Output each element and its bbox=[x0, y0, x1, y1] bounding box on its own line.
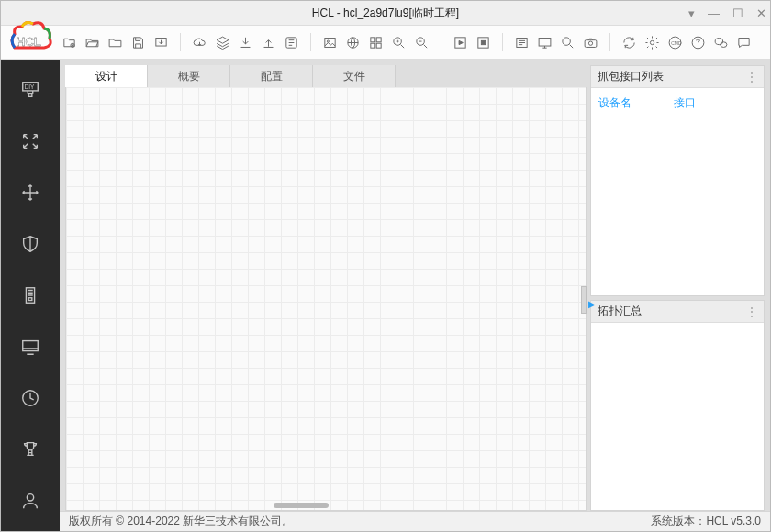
open-button[interactable] bbox=[83, 33, 102, 52]
list-button[interactable] bbox=[512, 33, 531, 52]
splitter-arrow-icon[interactable]: ▶ bbox=[588, 299, 596, 309]
svg-rect-29 bbox=[28, 94, 32, 97]
feedback-button[interactable] bbox=[734, 33, 754, 52]
minimize-button[interactable]: — bbox=[708, 6, 720, 20]
svg-rect-32 bbox=[23, 341, 39, 351]
expand-tool[interactable] bbox=[18, 129, 42, 153]
main-toolbar: CMD bbox=[1, 25, 770, 60]
maximize-button[interactable]: ☐ bbox=[732, 6, 743, 20]
status-bar: 版权所有 © 2014-2022 新华三技术有限公司。 系统版本：HCL v5.… bbox=[60, 511, 770, 531]
layers-button[interactable] bbox=[213, 33, 232, 52]
svg-point-20 bbox=[588, 41, 592, 45]
app-logo: HCL bbox=[6, 20, 53, 60]
svg-rect-7 bbox=[371, 37, 375, 41]
image-button[interactable] bbox=[320, 33, 340, 52]
dropdown-icon[interactable]: ▾ bbox=[688, 6, 695, 20]
workspace: 设计 概要 配置 文件 ▶ bbox=[65, 65, 587, 511]
tab-overview[interactable]: 概要 bbox=[148, 65, 230, 87]
copyright-text: 版权所有 © 2014-2022 新华三技术有限公司。 bbox=[69, 514, 293, 529]
col-device[interactable]: 设备名 bbox=[598, 95, 631, 111]
svg-rect-4 bbox=[325, 38, 335, 47]
globe-button[interactable] bbox=[343, 33, 363, 52]
design-canvas[interactable]: ▶ bbox=[65, 87, 587, 511]
topology-panel-title: 拓扑汇总 bbox=[598, 304, 642, 319]
move-tool[interactable] bbox=[18, 181, 42, 205]
template-button[interactable] bbox=[282, 33, 301, 52]
capture-panel: 抓包接口列表 ⋮ 设备名 接口 bbox=[590, 65, 765, 296]
svg-rect-31 bbox=[28, 298, 32, 301]
svg-rect-15 bbox=[481, 40, 485, 44]
monitor-button[interactable] bbox=[535, 33, 554, 52]
folder-button[interactable] bbox=[106, 33, 125, 52]
monitor-tool[interactable] bbox=[18, 335, 42, 359]
cloud-download-button[interactable] bbox=[190, 33, 209, 52]
close-button[interactable]: ✕ bbox=[756, 6, 766, 20]
hub-tool[interactable] bbox=[18, 386, 42, 410]
wechat-button[interactable] bbox=[711, 33, 731, 52]
settings-button[interactable] bbox=[642, 33, 662, 52]
svg-point-34 bbox=[27, 494, 33, 501]
user-tool[interactable] bbox=[18, 489, 42, 513]
workspace-tabs: 设计 概要 配置 文件 bbox=[65, 65, 587, 87]
svg-rect-10 bbox=[376, 43, 381, 48]
svg-point-21 bbox=[650, 40, 654, 44]
version-text: 系统版本：HCL v5.3.0 bbox=[651, 514, 761, 529]
search-button[interactable] bbox=[558, 33, 577, 52]
svg-text:CMD: CMD bbox=[671, 40, 682, 45]
col-interface[interactable]: 接口 bbox=[674, 95, 696, 111]
help-button[interactable] bbox=[688, 33, 708, 52]
title-bar: HCL - hcl_2a9d7lu9[临时工程] ▾ — ☐ ✕ bbox=[1, 1, 770, 25]
tab-file[interactable]: 文件 bbox=[313, 65, 396, 87]
left-sidebar: DIY bbox=[1, 60, 60, 531]
upload-button[interactable] bbox=[259, 33, 278, 52]
new-project-button[interactable] bbox=[60, 33, 79, 52]
trophy-tool[interactable] bbox=[18, 438, 42, 461]
svg-point-18 bbox=[563, 37, 571, 45]
camera-button[interactable] bbox=[581, 33, 600, 52]
svg-rect-9 bbox=[371, 43, 375, 48]
svg-text:HCL: HCL bbox=[17, 35, 41, 49]
splitter-handle[interactable] bbox=[581, 286, 587, 314]
svg-point-25 bbox=[715, 38, 723, 44]
horizontal-scrollbar[interactable] bbox=[274, 503, 329, 508]
tab-config[interactable]: 配置 bbox=[230, 65, 313, 87]
svg-text:DIY: DIY bbox=[25, 83, 35, 90]
panel-menu-icon[interactable]: ⋮ bbox=[746, 71, 757, 83]
svg-point-26 bbox=[721, 41, 727, 47]
play-button[interactable] bbox=[451, 33, 470, 52]
refresh-button[interactable] bbox=[620, 33, 639, 52]
zoom-in-button[interactable] bbox=[389, 33, 408, 52]
stop-button[interactable] bbox=[474, 33, 493, 52]
grid-button[interactable] bbox=[366, 33, 386, 52]
server-tool[interactable] bbox=[18, 283, 42, 307]
panel-menu-icon[interactable]: ⋮ bbox=[746, 305, 757, 318]
zoom-out-button[interactable] bbox=[412, 33, 431, 52]
svg-rect-8 bbox=[376, 37, 381, 41]
capture-panel-title: 抓包接口列表 bbox=[598, 69, 664, 84]
download-button[interactable] bbox=[236, 33, 255, 52]
shield-tool[interactable] bbox=[18, 232, 42, 256]
topology-panel: 拓扑汇总 ⋮ bbox=[590, 300, 765, 511]
cmd-button[interactable]: CMD bbox=[665, 33, 685, 52]
save-button[interactable] bbox=[128, 33, 148, 52]
window-title: HCL - hcl_2a9d7lu9[临时工程] bbox=[312, 6, 459, 21]
svg-rect-17 bbox=[539, 38, 551, 46]
export-button[interactable] bbox=[151, 33, 171, 52]
diy-tool[interactable]: DIY bbox=[18, 78, 42, 102]
tab-design[interactable]: 设计 bbox=[65, 65, 148, 87]
